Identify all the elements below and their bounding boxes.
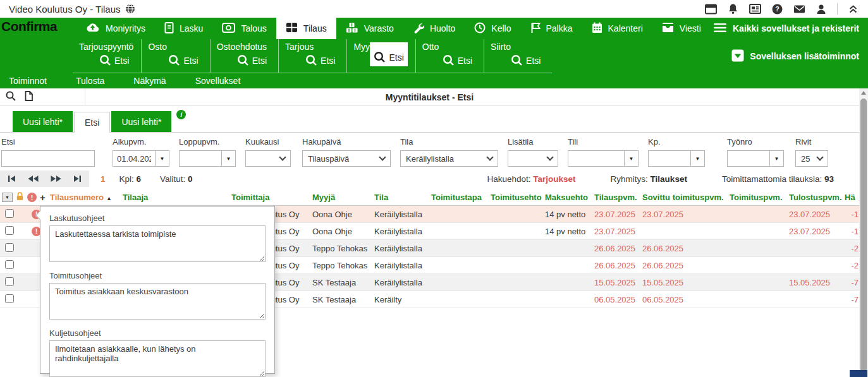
kuljetusohjeet-textarea[interactable]: Ilmoitetaan asiakkaalle, kun lähetys on … — [49, 340, 266, 377]
siirto-etsi-button[interactable]: Etsi — [507, 52, 544, 69]
lisatila-select[interactable] — [508, 150, 558, 167]
grid-icon — [286, 22, 298, 35]
nav-tab-talous[interactable]: Talous — [212, 18, 276, 39]
nav-tab-palkka[interactable]: Palkka — [521, 18, 582, 39]
all-apps-button[interactable]: Kaikki sovellukset ja rekisterit — [714, 18, 868, 39]
column-header-tulostuspvm[interactable]: Tulostuspvm. — [786, 193, 842, 202]
etsi-input[interactable] — [2, 151, 94, 166]
hakuehdot-stat: Hakuehdot: Tarjoukset — [487, 174, 575, 184]
column-header-ha[interactable]: Hä — [842, 193, 859, 202]
tarjous-etsi-button[interactable]: Etsi — [302, 52, 339, 69]
nav-tab-viesti[interactable]: Viesti — [652, 18, 711, 39]
loppupvm-dropdown-button[interactable]: ▼ — [221, 151, 235, 166]
ostoehdotus-etsi-button[interactable]: Etsi — [233, 52, 271, 69]
titlebar: Video Koulutus Oy - Tilaus ? — [0, 0, 868, 18]
subnav-group-siirto: Siirto Etsi — [484, 39, 552, 73]
mail-icon[interactable] — [793, 4, 805, 14]
sort-asc-icon: ▲ — [106, 195, 112, 201]
laskutusohjeet-textarea[interactable]: Laskutettaessa tarkista toimipiste — [49, 225, 266, 262]
nav-tab-moniyritys[interactable]: Moniyritys — [76, 18, 155, 39]
tili-input[interactable] — [568, 151, 624, 166]
scrollbar-thumb[interactable] — [860, 99, 867, 374]
column-header-toimittaja[interactable]: Toimittaja — [229, 193, 310, 202]
tab-uusi-lehti-1[interactable]: Uusi lehti* — [13, 111, 73, 132]
nav-tab-tilaus[interactable]: Tilaus — [276, 18, 336, 39]
tarjouspyynto-etsi-button[interactable]: Etsi — [95, 52, 133, 69]
tab-etsi[interactable]: Etsi — [74, 112, 110, 133]
filter-bar: Etsi Alkupvm. ▼ Loppupvm. ▼ Kuukausi Hak… — [0, 133, 859, 168]
collapse-chevrons-icon[interactable] — [848, 4, 858, 14]
row-checkbox[interactable] — [5, 243, 14, 252]
nav-tab-varasto[interactable]: Varasto — [336, 18, 403, 39]
column-header-tilausnumero[interactable]: Tilausnumero▲ — [47, 193, 120, 202]
row-checkbox[interactable] — [5, 260, 14, 269]
tili-dropdown-button[interactable]: ▼ — [624, 151, 638, 166]
rivit-select[interactable]: 25 — [795, 150, 828, 167]
menu-tulosta[interactable]: Tulosta — [76, 76, 104, 86]
nav-tab-huolto[interactable]: Huolto — [403, 18, 465, 39]
nav-tab-lasku[interactable]: Lasku — [155, 18, 212, 39]
next-page-button[interactable] — [51, 175, 61, 183]
news-icon[interactable] — [749, 4, 761, 14]
nav-tab-kalenteri[interactable]: Kalenteri — [582, 18, 652, 39]
help-icon[interactable]: ? — [772, 4, 783, 15]
menu-nakyma[interactable]: Näkymä — [133, 76, 166, 86]
user-icon[interactable] — [816, 4, 826, 15]
row-checkbox[interactable] — [5, 226, 14, 235]
menubar: Toiminnot Tulosta Näkymä Sovellukset — [0, 73, 868, 88]
column-header-toimitusehto[interactable]: Toimitusehto — [488, 193, 542, 202]
prev-page-button[interactable] — [28, 175, 39, 183]
info-icon[interactable]: i — [176, 110, 186, 119]
loppupvm-input[interactable] — [180, 151, 221, 166]
tyonro-input[interactable] — [728, 151, 769, 166]
window-icon[interactable] — [705, 4, 717, 15]
column-header-maksuehto[interactable]: Maksuehto — [542, 193, 592, 202]
column-header-tilaaja[interactable]: Tilaaja — [120, 193, 229, 202]
row-checkbox[interactable] — [5, 277, 14, 286]
add-column-icon[interactable]: + — [40, 193, 46, 202]
lock-icon[interactable] — [16, 192, 24, 203]
menu-toiminnot[interactable]: Toiminnot — [9, 76, 47, 86]
row-checkbox[interactable] — [5, 209, 14, 218]
titlebar-icons: ? — [705, 3, 862, 15]
vertical-scrollbar[interactable] — [859, 88, 868, 377]
laskutusohjeet-group: Laskutusohjeet Laskutettaessa tarkista t… — [49, 213, 266, 265]
hamburger-icon — [714, 23, 726, 34]
app-extra-functions-button[interactable]: Sovelluksen lisätoiminnot — [731, 39, 868, 73]
row-checkbox[interactable] — [5, 294, 14, 303]
download-box-icon — [731, 49, 744, 64]
otto-etsi-button[interactable]: Etsi — [439, 52, 476, 69]
osto-etsi-button[interactable]: Etsi — [164, 52, 202, 69]
tabstrip: Uusi lehti* Etsi Uusi lehti* i — [0, 106, 859, 133]
column-header-tila[interactable]: Tila — [372, 193, 429, 202]
tab-uusi-lehti-2[interactable]: Uusi lehti* — [111, 111, 171, 132]
hakupaiva-select[interactable]: Tilauspäivä — [302, 150, 391, 167]
tyonro-dropdown-button[interactable]: ▼ — [769, 151, 783, 166]
toimitusohjeet-textarea[interactable]: Toimitus asiakkaan keskusvarastoon — [49, 283, 266, 320]
app-window: Video Koulutus Oy - Tilaus ? Confirma Mo… — [0, 0, 868, 377]
column-header-myyja[interactable]: Myyjä — [310, 193, 372, 202]
current-page-number[interactable]: 1 — [101, 174, 106, 184]
alkupvm-dropdown-button[interactable]: ▼ — [155, 151, 169, 166]
myynti-etsi-button[interactable]: Etsi — [370, 42, 407, 66]
last-page-button[interactable] — [73, 175, 82, 183]
filter-hakupaiva: Hakupäivä Tilauspäivä — [302, 137, 391, 167]
column-header-sovittu-toimituspvm[interactable]: Sovittu toimituspvm. — [640, 193, 727, 202]
nav-tab-kello[interactable]: Kello — [465, 18, 520, 39]
filter-tili: Tili ▼ — [568, 137, 639, 167]
kp-input[interactable] — [649, 151, 690, 166]
tila-select[interactable]: Keräilylistalla — [400, 150, 498, 167]
menu-sovellukset[interactable]: Sovellukset — [195, 76, 241, 86]
notifications-bell-icon[interactable] — [728, 3, 738, 15]
scroll-up-arrow[interactable] — [861, 91, 866, 95]
column-header-toimitustapa[interactable]: Toimitustapa — [429, 193, 488, 202]
alkupvm-input[interactable] — [113, 151, 155, 166]
column-header-tilauspvm[interactable]: Tilauspvm. — [592, 193, 640, 202]
kpl-stat: Kpl: 6 — [119, 174, 142, 184]
column-header-toimituspvm[interactable]: Toimituspvm. — [727, 193, 786, 202]
alert-filter-icon[interactable]: ! — [27, 193, 37, 202]
kuukausi-select[interactable] — [245, 150, 291, 167]
kp-dropdown-button[interactable]: ▼ — [690, 151, 704, 166]
select-all-dropdown[interactable]: ▼ — [2, 193, 13, 202]
first-page-button[interactable] — [8, 175, 16, 183]
